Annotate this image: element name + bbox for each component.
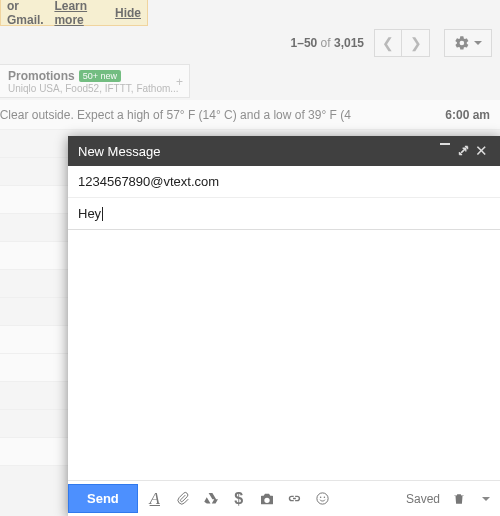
trash-icon [452,492,466,506]
drive-button[interactable] [198,484,224,513]
gear-icon [454,35,470,51]
settings-button[interactable] [444,29,492,57]
prev-page-button[interactable]: ❮ [374,29,402,57]
dollar-button[interactable]: $ [226,484,252,513]
emoji-icon [315,491,330,506]
to-field[interactable]: 1234567890@vtext.com [68,166,500,198]
popout-button[interactable] [454,144,472,159]
caret-down-icon [482,497,490,501]
emoji-button[interactable] [310,484,336,513]
message-row[interactable]: tly, it's 30° F (-1° C) and Clear outsid… [0,100,500,130]
photo-button[interactable] [254,484,280,513]
pagination-nav: ❮ ❯ [374,29,430,57]
promotions-senders: Uniqlo USA, Food52, IFTTT, Fathom... [8,83,181,94]
promotions-label: Promotions [8,69,75,83]
svg-point-0 [317,493,328,504]
discard-button[interactable] [446,484,472,513]
send-label: Send [87,491,119,506]
dollar-icon: $ [234,490,243,508]
toolbar-row: 1–50 of 3,015 ❮ ❯ [0,26,500,60]
close-icon: ✕ [475,142,488,159]
drive-icon [203,491,218,506]
formatting-button[interactable]: A [142,484,168,513]
subject-field[interactable]: Hey [68,198,500,230]
attach-button[interactable] [170,484,196,513]
svg-point-2 [324,497,326,499]
paperclip-icon [175,491,190,506]
subject-value: Hey [78,206,101,221]
compose-title-text: New Message [78,144,160,159]
svg-point-1 [320,497,322,499]
caret-down-icon [474,41,482,45]
pagination-range: 1–50 [291,36,318,50]
chevron-left-icon: ❮ [382,35,394,51]
compose-window: New Message ✕ 1234567890@vtext.com Hey S… [68,136,500,516]
chevron-right-icon: ❯ [410,35,422,51]
format-icon: A [150,489,160,509]
compose-titlebar[interactable]: New Message ✕ [68,136,500,166]
promotions-badge: 50+ new [79,70,121,82]
banner-prefix: or Gmail. [7,0,50,27]
pagination-total: 3,015 [334,36,364,50]
pagination-text: 1–50 of 3,015 [291,36,364,50]
pagination-of: of [321,36,331,50]
compose-toolbar: Send A $ Saved [68,480,500,516]
compose-body[interactable] [68,230,500,480]
send-button[interactable]: Send [68,484,138,513]
message-subject: tly, it's 30° F (-1° C) and Clear outsid… [0,108,445,122]
close-button[interactable]: ✕ [472,142,490,160]
to-value: 1234567890@vtext.com [78,174,219,189]
next-page-button[interactable]: ❯ [402,29,430,57]
more-options-button[interactable] [474,484,494,513]
camera-icon [259,491,275,507]
saved-label: Saved [406,492,440,506]
plus-icon: + [176,75,183,89]
text-caret [102,207,103,221]
popout-icon [458,145,469,156]
message-time: 6:00 am [445,108,490,122]
link-icon [286,490,303,507]
promotions-tab[interactable]: Promotions 50+ new Uniqlo USA, Food52, I… [0,64,190,98]
info-banner: or Gmail. Learn more Hide [0,0,148,26]
link-button[interactable] [282,484,308,513]
learn-more-link[interactable]: Learn more [54,0,109,27]
hide-link[interactable]: Hide [115,6,141,20]
